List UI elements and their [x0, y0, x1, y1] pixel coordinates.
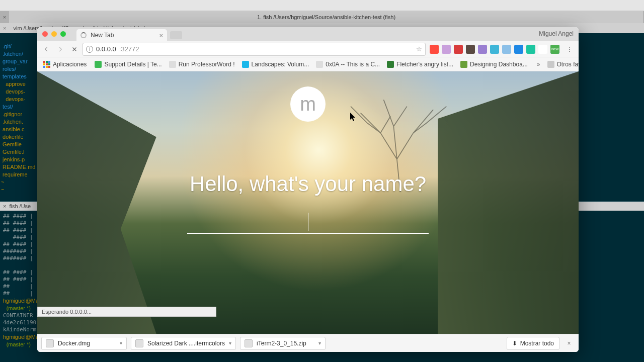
favicon-icon	[387, 61, 394, 68]
download-menu-button[interactable]: ▾	[120, 340, 122, 346]
iterm-tab[interactable]: 1. fish /Users/hgmiguel/Source/ansible-k…	[9, 11, 644, 23]
nerdtree-pane[interactable]: .git/ .kitchen/ group_var roles/ templat…	[0, 33, 37, 201]
loading-spinner-icon	[80, 32, 87, 38]
profile-name[interactable]: Miguel Angel	[539, 30, 574, 37]
favicon-icon	[316, 61, 323, 68]
bookmarks-bar: Aplicaciones Support Details | Te...Run …	[37, 57, 579, 71]
apps-shortcut[interactable]: Aplicaciones	[40, 59, 90, 69]
vim-tab-close[interactable]: ×	[0, 25, 9, 31]
site-info-icon[interactable]: i	[86, 46, 93, 53]
file-icon	[245, 339, 253, 347]
extension-icon-1[interactable]	[442, 45, 451, 54]
extension-icon-4[interactable]	[478, 45, 487, 54]
zoom-window-button[interactable]	[60, 31, 66, 37]
download-filename: iTerm2-3_0_15.zip	[257, 340, 306, 347]
back-button[interactable]	[40, 43, 52, 55]
text-caret	[308, 213, 308, 231]
new-tab-button[interactable]	[170, 31, 182, 39]
svg-point-1	[569, 49, 570, 50]
name-input-wrap	[187, 210, 429, 234]
bookmark-label: Run ProfessorWord !	[179, 61, 235, 68]
extension-icon-8[interactable]	[526, 45, 535, 54]
extension-icon-2[interactable]	[454, 45, 463, 54]
page-viewport: m Hello, what's your name? Esperando 0.0…	[37, 71, 579, 334]
window-controls	[42, 31, 66, 37]
bookmark-label: Landscapes: Volum...	[252, 61, 309, 68]
iterm-tab-close[interactable]: ×	[0, 11, 9, 23]
other-bookmarks-folder[interactable]: Otros favoritos	[544, 59, 579, 69]
download-filename: Solarized Dark ....itermcolors	[147, 340, 225, 347]
menu-button[interactable]	[564, 43, 576, 55]
browser-toolbar: i 0.0.0.0:32772 ☆ New	[37, 41, 579, 57]
mac-menubar	[0, 0, 644, 11]
bookmark-item[interactable]: 0x0A -- This is a C...	[313, 59, 383, 69]
svg-point-0	[569, 46, 570, 47]
extension-icon-0[interactable]	[430, 45, 439, 54]
bookmark-item[interactable]: Run ProfessorWord !	[166, 59, 238, 69]
download-menu-button[interactable]: ▾	[229, 340, 231, 346]
download-filename: Docker.dmg	[58, 340, 90, 347]
show-all-downloads-button[interactable]: ⬇ Mostrar todo	[507, 337, 559, 350]
favicon-icon	[169, 61, 176, 68]
bookmark-item[interactable]: Fletcher's angry list...	[384, 59, 456, 69]
download-item[interactable]: Docker.dmg▾	[41, 337, 127, 350]
bookmark-item[interactable]: Designing Dashboa...	[457, 59, 531, 69]
extensions-row: New	[428, 45, 561, 54]
chrome-tab-strip: New Tab × Miguel Angel	[37, 27, 579, 41]
file-icon	[46, 339, 54, 347]
bookmark-label: Support Details | Te...	[104, 61, 162, 68]
favicon-icon	[242, 61, 249, 68]
greeting-text: Hello, what's your name?	[37, 172, 579, 196]
bookmark-label: Designing Dashboa...	[470, 61, 528, 68]
momentum-logo: m	[290, 86, 326, 122]
extension-icon-7[interactable]	[514, 45, 523, 54]
forward-button[interactable]	[54, 43, 66, 55]
close-tab-button[interactable]: ×	[159, 32, 163, 39]
download-icon: ⬇	[512, 340, 517, 347]
extension-icon-9[interactable]	[538, 45, 547, 54]
url-port: :32772	[119, 45, 139, 53]
folder-icon	[547, 61, 554, 68]
bookmark-item[interactable]: Landscapes: Volum...	[239, 59, 312, 69]
show-all-label: Mostrar todo	[520, 340, 554, 347]
download-item[interactable]: iTerm2-3_0_15.zip▾	[240, 337, 326, 350]
stop-button[interactable]	[68, 43, 80, 55]
bookmark-label: 0x0A -- This is a C...	[326, 61, 380, 68]
downloads-bar: Docker.dmg▾Solarized Dark ....itermcolor…	[37, 334, 579, 352]
apps-grid-icon	[43, 61, 50, 68]
download-menu-button[interactable]: ▾	[318, 340, 321, 346]
address-bar[interactable]: i 0.0.0.0:32772 ☆	[83, 43, 426, 56]
fish-bar-label: fish /Use	[9, 203, 31, 209]
browser-tab[interactable]: New Tab ×	[76, 29, 167, 41]
extension-icon-6[interactable]	[502, 45, 511, 54]
bookmarks-overflow-button[interactable]: »	[535, 61, 542, 68]
bookmark-label: Fletcher's angry list...	[396, 61, 453, 68]
bookmark-item[interactable]: Support Details | Te...	[92, 59, 165, 69]
status-tooltip: Esperando 0.0.0.0...	[37, 307, 216, 317]
extension-icon-10[interactable]: New	[550, 45, 559, 54]
extension-icon-5[interactable]	[490, 45, 499, 54]
tab-title: New Tab	[91, 32, 114, 39]
file-icon	[135, 339, 143, 347]
chrome-window: New Tab × Miguel Angel i 0.0.0.0:32772 ☆…	[37, 27, 579, 352]
apps-label: Aplicaciones	[53, 61, 87, 68]
iterm-tab-bar: × 1. fish /Users/hgmiguel/Source/ansible…	[0, 11, 644, 23]
favicon-icon	[95, 61, 102, 68]
close-downloads-bar-button[interactable]: ×	[564, 338, 575, 349]
bookmark-star-icon[interactable]: ☆	[416, 45, 422, 53]
download-item[interactable]: Solarized Dark ....itermcolors▾	[131, 337, 236, 350]
favicon-icon	[460, 61, 467, 68]
url-host: 0.0.0.0	[96, 45, 116, 53]
extension-icon-3[interactable]	[466, 45, 475, 54]
iterm-tab-title: 1. fish /Users/hgmiguel/Source/ansible-k…	[257, 14, 395, 20]
svg-point-2	[569, 51, 570, 52]
minimize-window-button[interactable]	[51, 31, 57, 37]
close-window-button[interactable]	[42, 31, 48, 37]
new-badge: New	[550, 45, 559, 54]
other-bookmarks-label: Otros favoritos	[557, 61, 579, 68]
